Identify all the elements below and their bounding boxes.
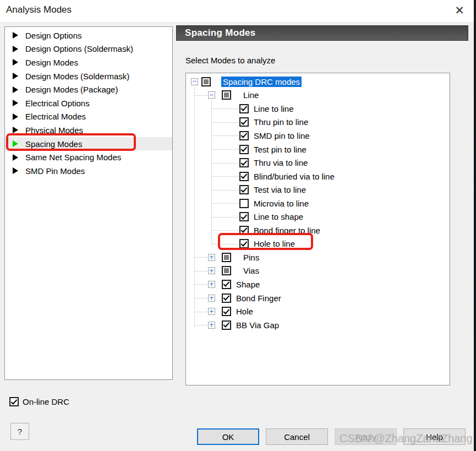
tree-checkbox-thru-pin-to-line[interactable]	[239, 117, 249, 127]
expand-plus-icon[interactable]	[208, 267, 215, 274]
tree-checkbox-line-to-shape[interactable]	[239, 212, 249, 221]
tree-checkbox-line-to-line[interactable]	[239, 104, 249, 113]
tree-node-test-pin-to-line[interactable]: Test pin to line	[186, 143, 450, 156]
collapse-minus-icon[interactable]	[208, 91, 215, 99]
tree-connector-stub	[195, 284, 207, 285]
tree-node-vias[interactable]: Vias	[186, 264, 450, 278]
tree-checkbox-vias[interactable]	[222, 266, 231, 275]
sidebar-item-design-modes-soldermask[interactable]: Design Modes (Soldermask)	[5, 69, 172, 83]
tree-node-label: Spacing DRC modes	[221, 77, 302, 87]
select-modes-label: Select Modes to analyze	[185, 56, 275, 65]
sidebar-item-electrical-modes[interactable]: Electrical Modes	[5, 110, 172, 124]
tree-connector-stub	[212, 108, 239, 109]
sidebar-item-label: Design Options	[25, 31, 82, 40]
tree-node-line-to-shape[interactable]: Line to shape	[186, 210, 450, 224]
ok-button[interactable]: OK	[197, 428, 259, 445]
expand-plus-icon[interactable]	[208, 322, 215, 329]
expand-plus-icon[interactable]	[208, 295, 215, 302]
tree-checkbox-hole[interactable]	[222, 307, 231, 316]
tree-node-test-via-to-line[interactable]: Test via to line	[186, 183, 450, 197]
collapse-minus-icon[interactable]	[191, 78, 198, 85]
sidebar-item-design-modes-package[interactable]: Design Modes (Package)	[5, 83, 172, 96]
expand-arrow-icon	[13, 140, 18, 147]
tree-rows: Spacing DRC modesLineLine to lineThru pi…	[186, 73, 450, 385]
tree-node-label: Shape	[234, 279, 261, 290]
tree-node-label: Line	[242, 90, 260, 100]
online-drc-checkbox[interactable]	[9, 397, 19, 406]
tree-checkbox-bb-via-gap[interactable]	[222, 320, 231, 330]
sidebar-item-electrical-options[interactable]: Electrical Options	[5, 96, 172, 110]
tree-node-label: Hole to line	[252, 238, 297, 249]
tree-checkbox-shape[interactable]	[222, 280, 231, 289]
sidebar-item-label: Same Net Spacing Modes	[25, 153, 121, 162]
tree-connector-stub	[195, 257, 207, 258]
tree-node-spacing-drc-modes[interactable]: Spacing DRC modes	[186, 75, 450, 89]
expand-plus-icon[interactable]	[208, 281, 215, 288]
expand-arrow-icon	[13, 86, 18, 93]
tree-checkbox-test-pin-to-line[interactable]	[239, 145, 249, 154]
sidebar-item-design-options-soldermask[interactable]: Design Options (Soldermask)	[5, 42, 172, 56]
tree-node-microvia-to-line[interactable]: Microvia to line	[186, 197, 450, 210]
tree-connector-stub	[195, 312, 207, 312]
tree-checkbox-blind-buried-via-to-line[interactable]	[239, 172, 249, 181]
tree-checkbox-microvia-to-line[interactable]	[239, 199, 249, 208]
tree-node-hole[interactable]: Hole	[186, 305, 450, 318]
sidebar-item-label: Electrical Options	[25, 99, 90, 108]
tree-connector-stub	[212, 203, 239, 204]
tree-node-line-to-line[interactable]: Line to line	[186, 102, 450, 116]
tree-node-smd-pin-to-line[interactable]: SMD pin to line	[186, 129, 450, 143]
sidebar-item-label: Design Modes	[25, 58, 78, 67]
tree-connector-stub	[212, 176, 239, 177]
sidebar-item-label: Design Modes (Soldermask)	[25, 72, 129, 81]
tree-node-label: BB Via Gap	[234, 320, 281, 330]
tree-checkbox-line[interactable]	[222, 90, 231, 100]
tree-checkbox-bond-finger-to-line[interactable]	[239, 226, 249, 235]
tree-checkbox-smd-pin-to-line[interactable]	[239, 131, 249, 140]
tree-node-pins[interactable]: Pins	[186, 251, 450, 264]
sidebar-item-smd-pin-modes[interactable]: SMD Pin Modes	[5, 164, 172, 178]
screen-edge-artifact	[474, 0, 476, 451]
tree-node-label: Pins	[242, 252, 261, 263]
tree-connector-stub	[195, 95, 207, 96]
tree-node-bond-finger-to-line[interactable]: Bond finger to line	[186, 224, 450, 237]
tree-checkbox-bond-finger[interactable]	[222, 294, 231, 303]
tree-checkbox-test-via-to-line[interactable]	[239, 185, 249, 194]
tree-node-blind-buried-via-to-line[interactable]: Blind/buried via to line	[186, 170, 450, 183]
expand-plus-icon[interactable]	[208, 254, 215, 261]
expand-arrow-icon	[13, 113, 18, 120]
tree-node-label: Test via to line	[252, 184, 308, 195]
tree-node-label: Test pin to line	[252, 144, 308, 155]
help-button[interactable]: Help	[403, 428, 466, 445]
tree-connector-stub	[212, 190, 239, 191]
panel-header-label: Spacing Modes	[185, 28, 256, 39]
sidebar-item-label: Electrical Modes	[25, 112, 86, 121]
tree-node-thru-via-to-line[interactable]: Thru via to line	[186, 156, 450, 170]
tree-node-label: Microvia to line	[252, 198, 310, 209]
sidebar-item-same-net-spacing-modes[interactable]: Same Net Spacing Modes	[5, 150, 172, 164]
tree-node-shape[interactable]: Shape	[186, 278, 450, 291]
tree-connector-stub	[212, 149, 239, 150]
tree-node-bb-via-gap[interactable]: BB Via Gap	[186, 318, 450, 332]
tree-node-hole-to-line[interactable]: Hole to line	[186, 237, 450, 251]
context-help-button[interactable]: ?	[10, 423, 29, 440]
tree-node-line[interactable]: Line	[186, 89, 450, 102]
tree-checkbox-spacing-drc-modes[interactable]	[201, 77, 211, 86]
tree-checkbox-pins[interactable]	[222, 253, 231, 262]
expand-plus-icon[interactable]	[208, 308, 215, 315]
expand-arrow-icon	[13, 100, 18, 106]
tree-checkbox-thru-via-to-line[interactable]	[239, 158, 249, 167]
tree-node-thru-pin-to-line[interactable]: Thru pin to line	[186, 116, 450, 129]
sidebar-item-design-modes[interactable]: Design Modes	[5, 56, 172, 69]
sidebar-item-design-options[interactable]: Design Options	[5, 29, 172, 42]
tree-checkbox-hole-to-line[interactable]	[239, 239, 249, 248]
close-icon[interactable]: ✕	[449, 1, 470, 20]
tree-node-label: Line to shape	[252, 211, 305, 222]
tree-node-label: Vias	[242, 265, 261, 276]
online-drc-option[interactable]: On-line DRC	[9, 397, 69, 406]
cancel-button[interactable]: Cancel	[266, 428, 328, 445]
sidebar-item-spacing-modes[interactable]: Spacing Modes	[5, 137, 172, 151]
tree-node-bond-finger[interactable]: Bond Finger	[186, 291, 450, 305]
tree-connector-stub	[212, 230, 239, 231]
sidebar-item-physical-modes[interactable]: Physical Modes	[5, 123, 172, 137]
tree-node-label: Bond Finger	[234, 293, 283, 303]
